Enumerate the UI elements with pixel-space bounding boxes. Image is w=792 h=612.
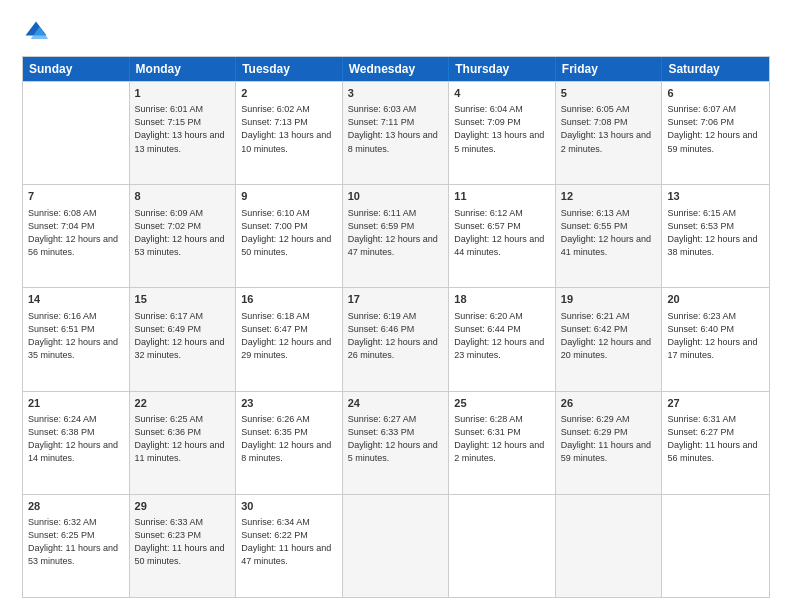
cal-cell: 20Sunrise: 6:23 AMSunset: 6:40 PMDayligh… [662,288,769,390]
cell-info: Sunrise: 6:03 AMSunset: 7:11 PMDaylight:… [348,103,444,155]
cell-info: Sunrise: 6:26 AMSunset: 6:35 PMDaylight:… [241,413,337,465]
day-number: 20 [667,292,764,307]
day-number: 11 [454,189,550,204]
cal-cell: 16Sunrise: 6:18 AMSunset: 6:47 PMDayligh… [236,288,343,390]
week-row-4: 21Sunrise: 6:24 AMSunset: 6:38 PMDayligh… [23,391,769,494]
day-number: 22 [135,396,231,411]
day-number: 9 [241,189,337,204]
cell-info: Sunrise: 6:10 AMSunset: 7:00 PMDaylight:… [241,207,337,259]
cal-cell: 12Sunrise: 6:13 AMSunset: 6:55 PMDayligh… [556,185,663,287]
cell-info: Sunrise: 6:33 AMSunset: 6:23 PMDaylight:… [135,516,231,568]
cal-cell: 9Sunrise: 6:10 AMSunset: 7:00 PMDaylight… [236,185,343,287]
cal-cell: 30Sunrise: 6:34 AMSunset: 6:22 PMDayligh… [236,495,343,597]
page: SundayMondayTuesdayWednesdayThursdayFrid… [0,0,792,612]
cell-info: Sunrise: 6:07 AMSunset: 7:06 PMDaylight:… [667,103,764,155]
cal-cell [662,495,769,597]
day-number: 30 [241,499,337,514]
header-day-wednesday: Wednesday [343,57,450,81]
logo [22,18,54,46]
cal-cell: 13Sunrise: 6:15 AMSunset: 6:53 PMDayligh… [662,185,769,287]
day-number: 8 [135,189,231,204]
day-number: 13 [667,189,764,204]
day-number: 10 [348,189,444,204]
header-day-friday: Friday [556,57,663,81]
day-number: 21 [28,396,124,411]
calendar-header: SundayMondayTuesdayWednesdayThursdayFrid… [23,57,769,81]
week-row-5: 28Sunrise: 6:32 AMSunset: 6:25 PMDayligh… [23,494,769,597]
cal-cell: 24Sunrise: 6:27 AMSunset: 6:33 PMDayligh… [343,392,450,494]
header [22,18,770,46]
cal-cell: 25Sunrise: 6:28 AMSunset: 6:31 PMDayligh… [449,392,556,494]
day-number: 5 [561,86,657,101]
cal-cell: 2Sunrise: 6:02 AMSunset: 7:13 PMDaylight… [236,82,343,184]
calendar-body: 1Sunrise: 6:01 AMSunset: 7:15 PMDaylight… [23,81,769,597]
cal-cell: 17Sunrise: 6:19 AMSunset: 6:46 PMDayligh… [343,288,450,390]
cal-cell: 5Sunrise: 6:05 AMSunset: 7:08 PMDaylight… [556,82,663,184]
day-number: 28 [28,499,124,514]
logo-icon [22,18,50,46]
header-day-thursday: Thursday [449,57,556,81]
cell-info: Sunrise: 6:04 AMSunset: 7:09 PMDaylight:… [454,103,550,155]
day-number: 15 [135,292,231,307]
day-number: 14 [28,292,124,307]
cell-info: Sunrise: 6:34 AMSunset: 6:22 PMDaylight:… [241,516,337,568]
cal-cell: 18Sunrise: 6:20 AMSunset: 6:44 PMDayligh… [449,288,556,390]
cell-info: Sunrise: 6:31 AMSunset: 6:27 PMDaylight:… [667,413,764,465]
week-row-1: 1Sunrise: 6:01 AMSunset: 7:15 PMDaylight… [23,81,769,184]
day-number: 12 [561,189,657,204]
cal-cell: 26Sunrise: 6:29 AMSunset: 6:29 PMDayligh… [556,392,663,494]
cal-cell: 23Sunrise: 6:26 AMSunset: 6:35 PMDayligh… [236,392,343,494]
day-number: 24 [348,396,444,411]
week-row-2: 7Sunrise: 6:08 AMSunset: 7:04 PMDaylight… [23,184,769,287]
cal-cell: 22Sunrise: 6:25 AMSunset: 6:36 PMDayligh… [130,392,237,494]
cell-info: Sunrise: 6:09 AMSunset: 7:02 PMDaylight:… [135,207,231,259]
day-number: 17 [348,292,444,307]
cell-info: Sunrise: 6:24 AMSunset: 6:38 PMDaylight:… [28,413,124,465]
cell-info: Sunrise: 6:25 AMSunset: 6:36 PMDaylight:… [135,413,231,465]
day-number: 27 [667,396,764,411]
header-day-tuesday: Tuesday [236,57,343,81]
day-number: 18 [454,292,550,307]
cell-info: Sunrise: 6:11 AMSunset: 6:59 PMDaylight:… [348,207,444,259]
cell-info: Sunrise: 6:12 AMSunset: 6:57 PMDaylight:… [454,207,550,259]
cell-info: Sunrise: 6:18 AMSunset: 6:47 PMDaylight:… [241,310,337,362]
cal-cell [343,495,450,597]
header-day-sunday: Sunday [23,57,130,81]
day-number: 6 [667,86,764,101]
cell-info: Sunrise: 6:16 AMSunset: 6:51 PMDaylight:… [28,310,124,362]
cell-info: Sunrise: 6:05 AMSunset: 7:08 PMDaylight:… [561,103,657,155]
day-number: 1 [135,86,231,101]
cell-info: Sunrise: 6:02 AMSunset: 7:13 PMDaylight:… [241,103,337,155]
calendar: SundayMondayTuesdayWednesdayThursdayFrid… [22,56,770,598]
cal-cell: 14Sunrise: 6:16 AMSunset: 6:51 PMDayligh… [23,288,130,390]
cal-cell [23,82,130,184]
day-number: 4 [454,86,550,101]
cal-cell: 7Sunrise: 6:08 AMSunset: 7:04 PMDaylight… [23,185,130,287]
cell-info: Sunrise: 6:29 AMSunset: 6:29 PMDaylight:… [561,413,657,465]
day-number: 7 [28,189,124,204]
day-number: 23 [241,396,337,411]
cal-cell: 8Sunrise: 6:09 AMSunset: 7:02 PMDaylight… [130,185,237,287]
cal-cell [556,495,663,597]
cal-cell: 11Sunrise: 6:12 AMSunset: 6:57 PMDayligh… [449,185,556,287]
cal-cell [449,495,556,597]
cal-cell: 27Sunrise: 6:31 AMSunset: 6:27 PMDayligh… [662,392,769,494]
day-number: 16 [241,292,337,307]
cal-cell: 10Sunrise: 6:11 AMSunset: 6:59 PMDayligh… [343,185,450,287]
cal-cell: 29Sunrise: 6:33 AMSunset: 6:23 PMDayligh… [130,495,237,597]
cell-info: Sunrise: 6:19 AMSunset: 6:46 PMDaylight:… [348,310,444,362]
cal-cell: 3Sunrise: 6:03 AMSunset: 7:11 PMDaylight… [343,82,450,184]
day-number: 25 [454,396,550,411]
day-number: 2 [241,86,337,101]
header-day-saturday: Saturday [662,57,769,81]
header-day-monday: Monday [130,57,237,81]
cell-info: Sunrise: 6:15 AMSunset: 6:53 PMDaylight:… [667,207,764,259]
cell-info: Sunrise: 6:01 AMSunset: 7:15 PMDaylight:… [135,103,231,155]
cell-info: Sunrise: 6:27 AMSunset: 6:33 PMDaylight:… [348,413,444,465]
day-number: 29 [135,499,231,514]
cal-cell: 1Sunrise: 6:01 AMSunset: 7:15 PMDaylight… [130,82,237,184]
cell-info: Sunrise: 6:20 AMSunset: 6:44 PMDaylight:… [454,310,550,362]
cal-cell: 21Sunrise: 6:24 AMSunset: 6:38 PMDayligh… [23,392,130,494]
day-number: 19 [561,292,657,307]
cell-info: Sunrise: 6:17 AMSunset: 6:49 PMDaylight:… [135,310,231,362]
